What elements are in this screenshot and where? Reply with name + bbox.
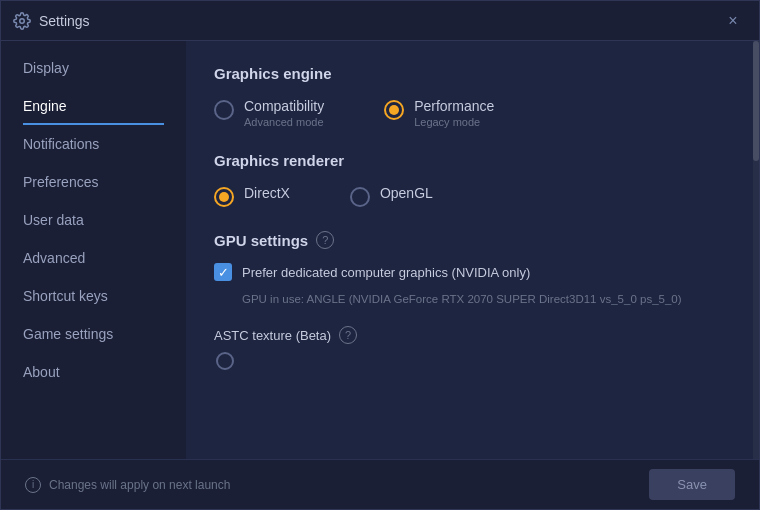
sidebar-item-preferences[interactable]: Preferences	[1, 163, 186, 201]
footer: i Changes will apply on next launch Save	[1, 459, 759, 509]
engine-compatibility-option[interactable]: Compatibility Advanced mode	[214, 98, 324, 128]
astc-radio[interactable]	[216, 352, 234, 370]
settings-icon	[13, 12, 31, 30]
sidebar-item-user-data[interactable]: User data	[1, 201, 186, 239]
opengl-label: OpenGL	[380, 185, 433, 201]
performance-radio[interactable]	[384, 100, 404, 120]
close-button[interactable]: ×	[719, 7, 747, 35]
directx-radio[interactable]	[214, 187, 234, 207]
astc-label: ASTC texture (Beta)	[214, 328, 331, 343]
renderer-radio-group: DirectX OpenGL	[214, 185, 731, 207]
sidebar-item-shortcut-keys[interactable]: Shortcut keys	[1, 277, 186, 315]
sidebar-item-game-settings[interactable]: Game settings	[1, 315, 186, 353]
settings-window: Settings × Display Engine Notifications …	[0, 0, 760, 510]
gpu-help-icon[interactable]: ?	[316, 231, 334, 249]
footer-note: i Changes will apply on next launch	[25, 477, 230, 493]
gpu-settings-section: GPU settings ? ✓ Prefer dedicated comput…	[214, 231, 731, 308]
directx-label: DirectX	[244, 185, 290, 201]
sidebar-item-display[interactable]: Display	[1, 49, 186, 87]
engine-radio-group: Compatibility Advanced mode Performance …	[214, 98, 731, 128]
gpu-checkbox[interactable]: ✓	[214, 263, 232, 281]
checkmark-icon: ✓	[218, 266, 229, 279]
sidebar-item-engine[interactable]: Engine	[1, 87, 186, 125]
renderer-opengl-option[interactable]: OpenGL	[350, 185, 433, 207]
graphics-engine-title: Graphics engine	[214, 65, 731, 82]
gpu-settings-title: GPU settings	[214, 232, 308, 249]
astc-help-icon[interactable]: ?	[339, 326, 357, 344]
footer-note-text: Changes will apply on next launch	[49, 478, 230, 492]
save-button[interactable]: Save	[649, 469, 735, 500]
sidebar-item-about[interactable]: About	[1, 353, 186, 391]
titlebar: Settings ×	[1, 1, 759, 41]
compatibility-label: Compatibility	[244, 98, 324, 114]
engine-performance-option[interactable]: Performance Legacy mode	[384, 98, 494, 128]
opengl-radio[interactable]	[350, 187, 370, 207]
sidebar: Display Engine Notifications Preferences…	[1, 41, 186, 459]
scrollbar-thumb[interactable]	[753, 41, 759, 161]
main-panel: Graphics engine Compatibility Advanced m…	[186, 41, 759, 459]
gpu-info-text: GPU in use: ANGLE (NVIDIA GeForce RTX 20…	[242, 291, 731, 308]
renderer-directx-option[interactable]: DirectX	[214, 185, 290, 207]
scrollbar-track	[753, 41, 759, 459]
window-title: Settings	[39, 13, 719, 29]
content-area: Display Engine Notifications Preferences…	[1, 41, 759, 459]
astc-section: ASTC texture (Beta) ?	[214, 326, 731, 344]
svg-point-0	[20, 18, 25, 23]
gpu-checkbox-label: Prefer dedicated computer graphics (NVID…	[242, 265, 530, 280]
performance-sublabel: Legacy mode	[414, 116, 494, 128]
gpu-checkbox-row[interactable]: ✓ Prefer dedicated computer graphics (NV…	[214, 263, 731, 281]
info-icon: i	[25, 477, 41, 493]
compatibility-radio[interactable]	[214, 100, 234, 120]
sidebar-item-advanced[interactable]: Advanced	[1, 239, 186, 277]
performance-label: Performance	[414, 98, 494, 114]
sidebar-item-notifications[interactable]: Notifications	[1, 125, 186, 163]
graphics-renderer-title: Graphics renderer	[214, 152, 731, 169]
compatibility-sublabel: Advanced mode	[244, 116, 324, 128]
